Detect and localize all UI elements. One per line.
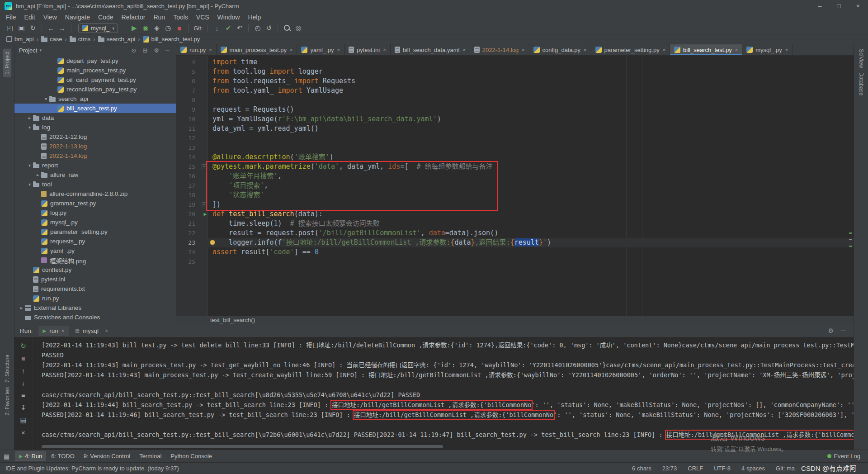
code-line[interactable]: 10yml = YamlUsage(r'F:\bm_api\data\bill_… bbox=[176, 114, 854, 124]
toolwindow-button-python-console[interactable]: Python Console bbox=[166, 451, 216, 461]
status-item[interactable]: Git: ma bbox=[776, 465, 795, 472]
tree-item[interactable]: ▾report bbox=[14, 161, 176, 170]
code-line[interactable]: 25 bbox=[176, 257, 854, 266]
stripe-button-sciview[interactable]: SciView bbox=[858, 49, 864, 68]
run-icon[interactable]: ▶ bbox=[128, 24, 140, 32]
chevron-down-icon[interactable]: ▾ bbox=[39, 48, 42, 52]
tree-toggle-icon[interactable]: ▾ bbox=[42, 96, 49, 101]
back-icon[interactable]: ← bbox=[45, 24, 57, 32]
run-config-combo[interactable]: mysql_▾ bbox=[78, 24, 118, 33]
open-icon[interactable]: ◰ bbox=[5, 24, 16, 32]
tab-close-icon[interactable]: × bbox=[290, 47, 292, 52]
code-line[interactable]: 5from tool.log import logger bbox=[176, 67, 854, 76]
tree-toggle-icon[interactable]: ▸ bbox=[34, 172, 41, 177]
tab-close-icon[interactable]: × bbox=[735, 47, 738, 52]
tree-toggle-icon[interactable]: ▾ bbox=[26, 182, 33, 187]
stripe-button-database[interactable]: Database bbox=[858, 72, 864, 95]
code-line[interactable]: 17 '项目搜索', bbox=[176, 181, 854, 190]
code-line[interactable]: 20▶def test_bill_search(data): bbox=[176, 209, 854, 219]
tree-item[interactable]: ▸External Libraries bbox=[14, 303, 176, 313]
toolwindow-switcher-icon[interactable]: ▦ bbox=[4, 453, 9, 460]
toolwindow-button-terminal[interactable]: Terminal bbox=[135, 451, 165, 461]
toolwindow-button-9-version-control[interactable]: 9: Version Control bbox=[80, 451, 134, 461]
tree-toggle-icon[interactable]: ▸ bbox=[26, 115, 33, 120]
editor-tab[interactable]: pytest.ini× bbox=[344, 44, 391, 55]
clear-icon[interactable]: × bbox=[21, 429, 25, 436]
forward-icon[interactable]: → bbox=[57, 24, 68, 32]
collapse-all-icon[interactable]: ⊟ bbox=[142, 47, 147, 54]
code-line[interactable]: 13 bbox=[176, 143, 854, 152]
intention-bulb-icon[interactable] bbox=[210, 240, 215, 245]
soft-wrap-icon[interactable]: ≡ bbox=[21, 391, 25, 399]
editor-tab[interactable]: mysql_.py× bbox=[742, 44, 793, 55]
tree-item[interactable]: grammar_test.py bbox=[14, 199, 176, 208]
tab-close-icon[interactable]: × bbox=[663, 47, 665, 52]
editor-code[interactable]: 4import time5from tool.log import logger… bbox=[176, 56, 854, 316]
history-icon[interactable]: ◴ bbox=[252, 24, 263, 32]
code-line[interactable]: 19−]) bbox=[176, 200, 854, 209]
menu-item-refactor[interactable]: Refactor bbox=[118, 13, 150, 22]
tree-item[interactable]: bill_search_test.py bbox=[14, 104, 176, 113]
tab-close-icon[interactable]: × bbox=[209, 47, 212, 52]
menu-item-window[interactable]: Window bbox=[213, 13, 244, 22]
breadcrumb-item[interactable]: case bbox=[40, 36, 63, 43]
editor-tab[interactable]: 2022-1-14.log× bbox=[470, 44, 529, 55]
tree-item[interactable]: ▾log bbox=[14, 123, 176, 132]
code-line[interactable]: 16 '账单年月搜索', bbox=[176, 171, 854, 181]
tree-item[interactable]: conftest.py bbox=[14, 265, 176, 275]
tree-item[interactable]: yaml_.py bbox=[14, 246, 176, 256]
code-line[interactable]: 23 logger.info(f'接口地址:/bill/getBillCommo… bbox=[176, 238, 854, 247]
error-stripe[interactable] bbox=[848, 56, 853, 316]
settings-icon[interactable]: ⚙ bbox=[828, 327, 834, 334]
menu-item-tools[interactable]: Tools bbox=[169, 13, 192, 22]
tab-close-icon[interactable]: × bbox=[522, 47, 524, 52]
tree-item[interactable]: reconciliation_pay_test.py bbox=[14, 85, 176, 94]
breadcrumb-item[interactable]: bill_search_test.py bbox=[142, 36, 201, 43]
locate-icon[interactable]: ◎ bbox=[292, 24, 304, 32]
code-line[interactable]: 9request = Requests() bbox=[176, 105, 854, 114]
editor-tab[interactable]: config_data.py× bbox=[529, 44, 591, 55]
editor-tab[interactable]: bill_search_test.py× bbox=[670, 44, 742, 55]
stripe-button-2-favorites[interactable]: 2: Favorites bbox=[4, 387, 10, 416]
tab-close-icon[interactable]: × bbox=[785, 47, 788, 52]
tree-item[interactable]: Scratches and Consoles bbox=[14, 313, 176, 322]
tab-close-icon[interactable]: × bbox=[61, 328, 64, 333]
status-item[interactable]: 6 chars bbox=[632, 465, 651, 472]
sync-icon[interactable]: ↻ bbox=[27, 24, 38, 32]
toolwindow-button-6-todo[interactable]: 6: TODO bbox=[47, 451, 79, 461]
print-icon[interactable]: ▤ bbox=[20, 416, 26, 424]
minimize-icon[interactable]: – bbox=[818, 2, 822, 9]
tree-toggle-icon[interactable]: ▾ bbox=[26, 163, 33, 168]
breadcrumb-item[interactable]: search_api bbox=[97, 36, 137, 43]
tree-item[interactable]: pytest.ini bbox=[14, 275, 176, 284]
profiler-icon[interactable]: ◷ bbox=[162, 24, 174, 32]
tree-item[interactable]: mysql_.py bbox=[14, 218, 176, 227]
tree-item[interactable]: 2022-1-14.log bbox=[14, 151, 176, 161]
breadcrumb-item[interactable]: bm_api bbox=[5, 36, 35, 43]
code-line[interactable]: 14@allure.description('账单搜索') bbox=[176, 152, 854, 162]
search-everywhere-icon[interactable] bbox=[281, 24, 292, 32]
tree-item[interactable]: ▸allure_raw bbox=[14, 170, 176, 180]
code-line[interactable]: 12 bbox=[176, 133, 854, 143]
editor-tab[interactable]: main_process_test.py× bbox=[217, 44, 297, 55]
toolwindow-button-event-log[interactable]: Event Log bbox=[823, 451, 864, 461]
tree-item[interactable]: log.py bbox=[14, 208, 176, 218]
close-icon[interactable]: × bbox=[856, 2, 860, 9]
hide-icon[interactable]: ─ bbox=[165, 47, 170, 54]
down-arrow-icon[interactable]: ↓ bbox=[22, 379, 25, 387]
tree-item[interactable]: 框架结构.png bbox=[14, 256, 176, 265]
tab-close-icon[interactable]: × bbox=[462, 47, 465, 52]
editor-tab[interactable]: bill_search_data.yaml× bbox=[391, 44, 470, 55]
tree-item[interactable]: allure-commandline-2.8.0.zip bbox=[14, 189, 176, 199]
tree-item[interactable]: ▾search_api bbox=[14, 94, 176, 104]
tab-close-icon[interactable]: × bbox=[337, 47, 340, 52]
debug-icon[interactable]: ◉ bbox=[140, 24, 151, 32]
undo-icon[interactable]: ↺ bbox=[263, 24, 274, 32]
status-item[interactable]: CRLF bbox=[688, 465, 703, 472]
status-item[interactable]: 4 spaces bbox=[741, 465, 765, 472]
tree-item[interactable]: main_process_test.py bbox=[14, 66, 176, 75]
stop-icon[interactable]: ■ bbox=[174, 24, 185, 32]
tree-item[interactable]: parameter_setting.py bbox=[14, 227, 176, 237]
menu-item-run[interactable]: Run bbox=[149, 13, 169, 22]
run-tab-run[interactable]: ▶run× bbox=[38, 326, 69, 336]
